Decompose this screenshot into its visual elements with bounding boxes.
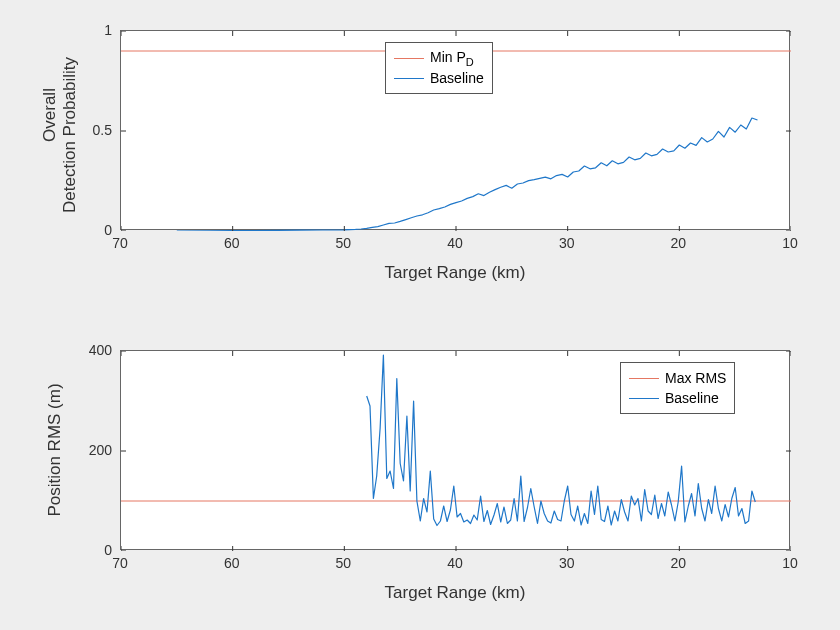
top-y-axis-label-line2: Detection Probability [60,57,79,213]
svg-text:200: 200 [89,442,113,458]
svg-text:40: 40 [447,235,463,251]
legend-swatch-minpd [394,58,424,59]
top-legend: Min PD Baseline [385,42,493,94]
legend-label-minpd: Min PD [430,49,474,68]
svg-text:70: 70 [112,235,128,251]
svg-text:0: 0 [104,222,112,238]
top-y-axis-label-line1: Overall [40,88,59,142]
svg-text:40: 40 [447,555,463,571]
svg-text:30: 30 [559,555,575,571]
svg-text:50: 50 [336,555,352,571]
legend-swatch-maxrms [629,378,659,379]
legend-label-baseline-top: Baseline [430,70,484,86]
legend-swatch-baseline-bot [629,398,659,399]
svg-text:20: 20 [671,555,687,571]
svg-text:0.5: 0.5 [93,122,113,138]
bottom-y-axis-label: Position RMS (m) [45,383,64,516]
bottom-x-axis-label: Target Range (km) [385,583,526,602]
top-x-axis-label: Target Range (km) [385,263,526,282]
svg-text:60: 60 [224,555,240,571]
svg-text:1: 1 [104,22,112,38]
svg-text:60: 60 [224,235,240,251]
svg-text:70: 70 [112,555,128,571]
svg-text:0: 0 [104,542,112,558]
svg-text:50: 50 [336,235,352,251]
svg-text:30: 30 [559,235,575,251]
svg-text:400: 400 [89,342,113,358]
legend-label-maxrms: Max RMS [665,370,726,386]
legend-swatch-baseline-top [394,78,424,79]
bottom-legend: Max RMS Baseline [620,362,735,414]
svg-text:10: 10 [782,235,798,251]
svg-text:20: 20 [671,235,687,251]
legend-label-baseline-bot: Baseline [665,390,719,406]
svg-text:10: 10 [782,555,798,571]
